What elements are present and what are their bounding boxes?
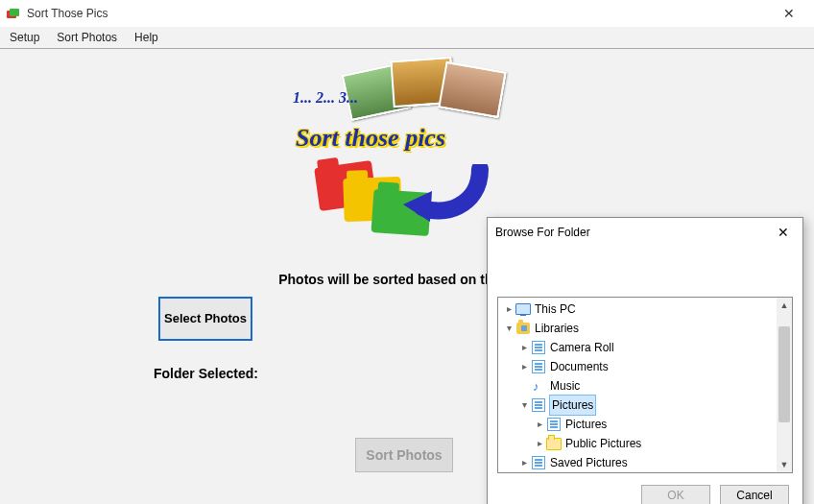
chevron-down-icon[interactable]: ▾	[502, 319, 515, 338]
photo-icon	[438, 61, 507, 118]
chevron-right-icon[interactable]: ▸	[517, 338, 531, 357]
ok-button[interactable]: OK	[641, 485, 710, 504]
dialog-title: Browse For Folder	[495, 226, 772, 239]
chevron-right-icon[interactable]: ▸	[533, 415, 546, 434]
chevron-right-icon[interactable]: ▸	[517, 453, 531, 472]
folder-selected-text: Folder Selected:	[154, 366, 258, 381]
svg-rect-1	[10, 9, 19, 16]
tree-item[interactable]: Music	[498, 376, 777, 396]
tree-item-label: Music	[550, 376, 580, 396]
cancel-button[interactable]: Cancel	[720, 485, 789, 504]
window-title: Sort Those Pics	[27, 7, 108, 20]
svg-marker-2	[403, 191, 432, 222]
scroll-thumb[interactable]	[778, 326, 790, 422]
chevron-down-icon[interactable]: ▾	[517, 396, 531, 415]
monitor-icon	[515, 301, 531, 317]
logo-photos-icon	[346, 59, 518, 126]
lib-icon	[531, 397, 546, 413]
lib-icon	[531, 359, 546, 374]
menu-help[interactable]: Help	[134, 31, 158, 44]
dialog-buttons: OK Cancel	[488, 473, 802, 504]
folder-selected-label: Folder Selected:	[154, 366, 258, 381]
tree-item[interactable]: ▸Documents	[498, 357, 777, 376]
tree-item[interactable]: ▸This PC	[498, 300, 777, 319]
chevron-right-icon[interactable]: ▸	[517, 357, 531, 376]
lib-icon	[546, 417, 562, 432]
tree-item-label: This PC	[535, 300, 576, 319]
menu-sort-photos[interactable]: Sort Photos	[57, 31, 117, 44]
tree-item[interactable]: ▾Pictures	[498, 396, 777, 415]
select-photos-label: Select Photos	[164, 311, 247, 326]
tree-item[interactable]: ▸Pictures	[498, 415, 777, 434]
lib-icon	[531, 455, 546, 470]
tree-item-label: Pictures	[550, 396, 595, 415]
tree-item-label: Libraries	[535, 319, 579, 338]
scroll-up-icon[interactable]: ▲	[777, 298, 792, 313]
tree-item[interactable]: ▸Camera Roll	[498, 338, 777, 357]
menu-setup[interactable]: Setup	[10, 31, 39, 44]
chevron-right-icon[interactable]: ▸	[533, 434, 546, 453]
tree-item-label: Pictures	[565, 415, 607, 434]
select-photos-button[interactable]: Select Photos	[158, 297, 252, 341]
main-area: 1... 2... 3... Sort those pics Photos wi…	[0, 49, 814, 504]
logo-main-text: Sort those pics	[296, 124, 445, 153]
arrow-icon	[403, 164, 490, 231]
app-icon	[6, 6, 21, 21]
music-icon	[531, 378, 546, 394]
window-close-button[interactable]: ✕	[770, 6, 808, 21]
tree-item[interactable]: ▸Public Pictures	[498, 434, 777, 453]
tree-item-label: Public Pictures	[565, 434, 641, 453]
folder-icon	[546, 436, 562, 451]
libs-icon	[515, 321, 531, 336]
dialog-spacer	[488, 247, 802, 297]
folder-tree: ▸This PC▾Libraries▸Camera Roll▸Documents…	[497, 297, 793, 473]
scrollbar[interactable]: ▲ ▼	[777, 298, 792, 472]
tree-item-label: Camera Roll	[550, 338, 614, 357]
lib-icon	[531, 340, 546, 355]
tree-item[interactable]: ▾Libraries	[498, 319, 777, 338]
dialog-titlebar: Browse For Folder ✕	[488, 218, 802, 247]
menubar: Setup Sort Photos Help	[0, 27, 814, 49]
browse-folder-dialog: Browse For Folder ✕ ▸This PC▾Libraries▸C…	[487, 217, 803, 504]
sort-photos-label: Sort Photos	[366, 447, 442, 463]
titlebar: Sort Those Pics ✕	[0, 0, 814, 27]
tree-item[interactable]: ▸Saved Pictures	[498, 453, 777, 472]
tree-item-label: Documents	[550, 357, 609, 376]
chevron-right-icon[interactable]: ▸	[502, 300, 515, 319]
logo-count-text: 1... 2... 3...	[293, 89, 358, 107]
dialog-close-button[interactable]: ✕	[772, 225, 795, 240]
tree-item-label: Saved Pictures	[550, 453, 628, 472]
scroll-down-icon[interactable]: ▼	[777, 457, 792, 472]
sort-photos-button[interactable]: Sort Photos	[355, 438, 453, 472]
